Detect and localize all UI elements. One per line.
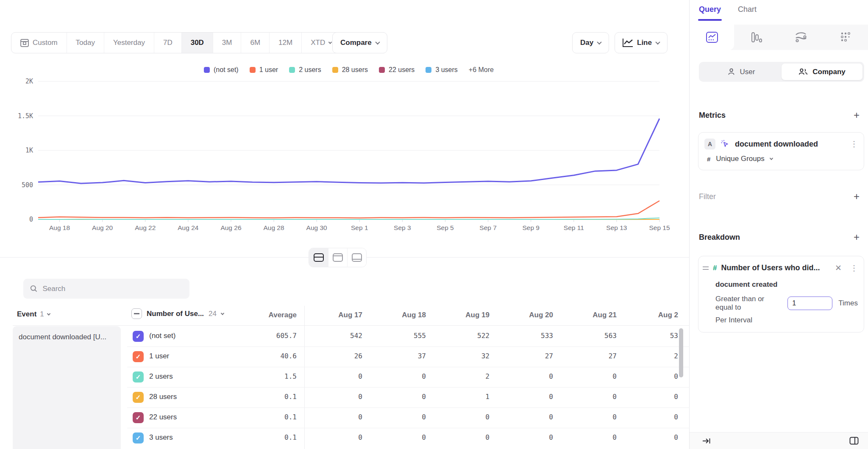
average-value: 40.6: [237, 352, 297, 360]
bar-chart-icon: [751, 31, 762, 43]
date-range-yesterday[interactable]: Yesterday: [104, 33, 154, 53]
date-range-30d[interactable]: 30D: [181, 33, 213, 53]
company-toggle-option[interactable]: Company: [782, 64, 862, 80]
user-toggle-option[interactable]: User: [701, 64, 782, 80]
legend-item[interactable]: (not set): [204, 66, 239, 74]
legend-item[interactable]: 28 users: [332, 66, 368, 74]
date-range-label: 3M: [222, 39, 232, 47]
panel-tabs: Query Chart: [699, 5, 757, 21]
chart-type-label: Line: [637, 39, 652, 47]
cell-value: 37: [367, 352, 426, 360]
y-axis-label: 0: [29, 216, 33, 223]
cell-value: 0: [367, 393, 426, 401]
interval-dropdown[interactable]: Day: [572, 32, 609, 53]
date-range-12m[interactable]: 12M: [269, 33, 301, 53]
legend-item[interactable]: 22 users: [379, 66, 415, 74]
table-bottom-view-button[interactable]: [347, 248, 366, 267]
metric-menu-icon[interactable]: ⋮: [850, 139, 858, 149]
legend-label: 3 users: [435, 66, 457, 74]
line-chart-icon: [706, 31, 718, 43]
cell-value: 0: [303, 413, 362, 421]
compare-button[interactable]: Compare: [332, 32, 387, 53]
user-toggle-label: User: [740, 68, 755, 76]
series-checkbox[interactable]: ✓: [133, 392, 144, 403]
split-view-button[interactable]: [309, 248, 328, 267]
per-interval-label: Per Interval: [698, 312, 864, 332]
cell-value: 522: [430, 332, 490, 340]
search-box: [23, 279, 189, 299]
add-metric-button[interactable]: +: [854, 110, 860, 120]
series-checkbox[interactable]: ✓: [133, 412, 144, 423]
cell-value: 0: [494, 433, 553, 441]
legend-item[interactable]: 1 user: [250, 66, 278, 74]
metric-event-name[interactable]: document downloaded: [735, 140, 845, 149]
row-divider: [127, 367, 690, 367]
measure-selector[interactable]: # Unique Groups: [698, 151, 864, 170]
metrics-section-header: Metrics +: [699, 110, 860, 120]
chevron-down-icon: [655, 40, 660, 44]
drag-handle-icon[interactable]: [703, 266, 709, 270]
tab-chart[interactable]: Chart: [738, 5, 757, 21]
series-label: 22 users: [149, 413, 177, 421]
line-chart[interactable]: 05001K1.5K2KAug 18Aug 20Aug 22Aug 24Aug …: [0, 75, 690, 236]
date-range-label: 12M: [278, 39, 292, 47]
chart-type-dropdown[interactable]: Line: [615, 32, 668, 53]
table-row: ✓28 users0.1001000: [0, 387, 690, 407]
flow-chart-tab[interactable]: [779, 25, 823, 50]
event-count: 1: [40, 310, 44, 319]
breakdown-menu-icon[interactable]: ⋮: [850, 263, 858, 273]
add-filter-button[interactable]: +: [854, 191, 860, 202]
cell-value: 0: [303, 393, 362, 401]
cell-value: 0: [494, 372, 553, 380]
date-range-today[interactable]: Today: [67, 33, 104, 53]
series-checkbox[interactable]: ✓: [133, 351, 144, 362]
row-divider: [127, 407, 690, 408]
breakdown-title: Breakdown: [699, 233, 740, 242]
indeterminate-checkbox[interactable]: [131, 308, 142, 319]
chevron-down-icon: [328, 40, 332, 44]
series-count: 24: [209, 310, 217, 318]
cell-value: 0: [494, 413, 553, 421]
series-checkbox[interactable]: ✓: [133, 331, 144, 342]
x-axis-label: Sep 3: [394, 224, 411, 231]
condition-value-input[interactable]: [787, 297, 832, 310]
split-view-icon: [314, 253, 324, 262]
date-range-custom[interactable]: Custom: [11, 33, 67, 53]
date-range-label: Custom: [33, 39, 58, 47]
bar-chart-tab[interactable]: [734, 25, 779, 50]
cell-value: 0: [619, 372, 678, 380]
date-range-3m[interactable]: 3M: [213, 33, 241, 53]
chart-top-view-button[interactable]: [328, 248, 347, 267]
collapse-panel-icon[interactable]: [702, 437, 711, 445]
series-checkbox[interactable]: ✓: [133, 371, 144, 382]
legend-item[interactable]: 2 users: [289, 66, 321, 74]
line-chart-tab[interactable]: [690, 25, 734, 50]
chart-type-tabs: [690, 25, 868, 50]
tab-query[interactable]: Query: [699, 5, 721, 21]
series-checkbox[interactable]: ✓: [133, 432, 144, 443]
cell-value: 53: [619, 332, 678, 340]
row-divider: [127, 428, 690, 428]
search-input[interactable]: [42, 285, 183, 293]
legend-label: 2 users: [299, 66, 321, 74]
series-column-header[interactable]: Number of Use... 24: [131, 308, 224, 319]
average-value: 1.5: [237, 372, 297, 380]
more-charts-tab[interactable]: [823, 25, 868, 50]
metric-card[interactable]: A document downloaded ⋮ # Unique Groups: [698, 132, 864, 170]
chevron-down-icon: [769, 156, 773, 160]
app: CustomTodayYesterday7D30D3M6M12MXTD Comp…: [0, 0, 868, 449]
add-breakdown-button[interactable]: +: [854, 232, 860, 242]
breakdown-property-name[interactable]: Number of Users who did...: [721, 263, 831, 272]
company-toggle-label: Company: [812, 68, 845, 76]
close-icon[interactable]: ✕: [835, 263, 842, 273]
event-column-header[interactable]: Event 1: [17, 310, 50, 319]
layout-columns-icon[interactable]: [849, 437, 859, 445]
date-range-6m[interactable]: 6M: [241, 33, 269, 53]
legend-item[interactable]: 3 users: [426, 66, 457, 74]
cell-value: 0: [619, 433, 678, 441]
table-scrollbar[interactable]: [679, 328, 683, 377]
breakdown-card[interactable]: # Number of Users who did... ✕ ⋮ documen…: [698, 256, 864, 333]
date-range-7d[interactable]: 7D: [154, 33, 181, 53]
legend-more[interactable]: +6 More: [469, 66, 494, 74]
table-row: ✓2 users1.5002000: [0, 367, 690, 387]
